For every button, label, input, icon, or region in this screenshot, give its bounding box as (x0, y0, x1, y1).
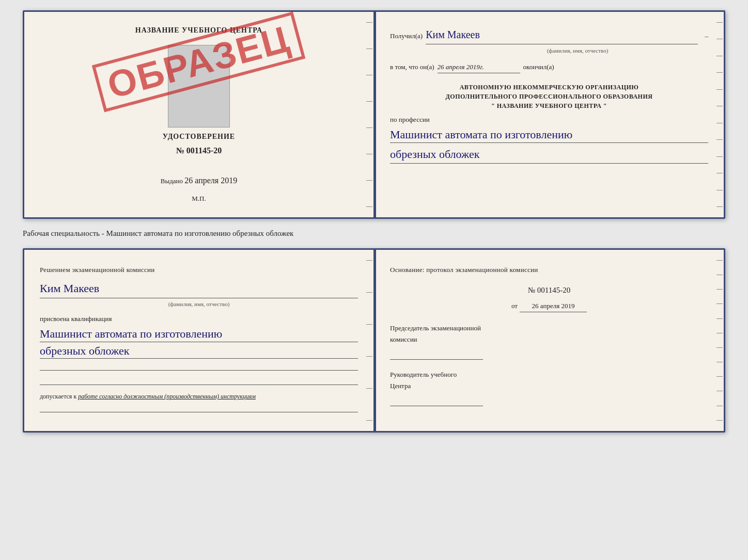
fio-subtext-top: (фамилия, имя, отчество) (447, 46, 708, 56)
director-sig-line (390, 394, 483, 406)
date-value: 26 апреля 2019г. (438, 62, 520, 74)
chairman-line2: комиссии (390, 334, 708, 345)
chairman-title: Председатель экзаменационной комиссии (390, 323, 708, 345)
protocol-date-value: 26 апреля 2019 (520, 300, 587, 312)
bottom-doc-right: Основание: протокол экзаменационной коми… (375, 250, 724, 431)
date-line: в том, что он(а) 26 апреля 2019г. окончи… (390, 62, 708, 74)
bottom-doc-left: Решением экзаменационной комиссии Ким Ма… (24, 250, 375, 431)
qualification-line1: Машинист автомата по изготовлению (40, 327, 358, 342)
right-panel-edge-lines (714, 250, 724, 431)
qualification-line2: обрезных обложек (40, 344, 358, 359)
edge-line (366, 206, 372, 207)
edge-line (716, 289, 723, 290)
date-prefix: от (511, 300, 518, 312)
edge-line (716, 260, 723, 261)
top-doc-right: Получил(а) Ким Макеев – (фамилия, имя, о… (375, 12, 724, 217)
edge-line (716, 206, 723, 207)
допуск-prefix: допускается к (40, 393, 76, 400)
edge-line (716, 347, 723, 348)
school-name-top: НАЗВАНИЕ УЧЕБНОГО ЦЕНТРА (135, 26, 262, 35)
top-doc-left: НАЗВАНИЕ УЧЕБНОГО ЦЕНТРА ОБРАЗЕЦ УДОСТОВ… (24, 12, 375, 217)
edge-line (716, 106, 723, 106)
profession-value-line1: Машинист автомата по изготовлению (390, 127, 708, 143)
edge-line (366, 388, 372, 389)
edge-line (716, 22, 723, 23)
edge-decoration (364, 12, 373, 217)
допускается-line: допускается к работе согласно должностны… (40, 391, 358, 402)
edge-line (716, 173, 723, 173)
edge-line (366, 154, 372, 154)
cert-label: УДОСТОВЕРЕНИЕ (163, 133, 235, 141)
org-line3: " НАЗВАНИЕ УЧЕБНОГО ЦЕНТРА " (390, 101, 708, 110)
edge-line (716, 89, 723, 90)
edge-line (716, 362, 723, 362)
edge-line (366, 101, 372, 102)
edge-line (716, 156, 723, 157)
photo-placeholder (168, 45, 230, 127)
profession-label: по профессии (390, 115, 708, 125)
edge-line (716, 406, 723, 406)
cert-issued: Выдано 26 апреля 2019 (161, 176, 237, 185)
org-line1: АВТОНОМНУЮ НЕКОММЕРЧЕСКУЮ ОРГАНИЗАЦИЮ (390, 83, 708, 92)
edge-line (716, 39, 723, 39)
chairman-block: Председатель экзаменационной комиссии (390, 323, 708, 360)
director-line2: Центра (390, 380, 708, 392)
director-block: Руководитель учебного Центра (390, 369, 708, 406)
blank-line-1 (40, 360, 358, 371)
issued-date: 26 апреля 2019 (184, 176, 237, 185)
edge-line (366, 49, 372, 49)
edge-line (366, 127, 372, 128)
profession-value-line2: обрезных обложек (390, 145, 708, 164)
edge-line (716, 333, 723, 333)
director-title: Руководитель учебного Центра (390, 369, 708, 392)
recipient-name: Ким Макеев (426, 26, 697, 44)
cert-number: № 001145-20 (176, 146, 222, 155)
edge-line (366, 180, 372, 181)
edge-line (366, 22, 372, 23)
edge-line (716, 190, 723, 190)
edge-line (716, 303, 723, 304)
caption-text: Рабочая специальность - Машинист автомат… (23, 229, 293, 237)
org-line2: ДОПОЛНИТЕЛЬНОГО ПРОФЕССИОНАЛЬНОГО ОБРАЗО… (390, 92, 708, 101)
допуск-text: работе согласно должностным (производств… (78, 393, 256, 400)
edge-line (716, 376, 723, 377)
commission-text: Решением экзаменационной комиссии (40, 264, 358, 276)
protocol-number: № 001145-20 (390, 284, 708, 297)
osnование-text: Основание: протокол экзаменационной коми… (390, 264, 708, 276)
edge-line (366, 324, 372, 325)
bottom-document: Решением экзаменационной комиссии Ким Ма… (23, 248, 725, 433)
date-prefix: в том, что он(а) (390, 62, 434, 73)
edge-line (366, 356, 372, 357)
edge-line (716, 318, 723, 319)
edge-line (716, 139, 723, 140)
right-edge-lines-top (714, 12, 724, 217)
edge-line (716, 56, 723, 56)
fio-subtext-bottom: (фамилия, имя, отчество) (40, 299, 358, 309)
chairman-sig-line (390, 347, 483, 360)
issued-label: Выдано (161, 177, 183, 185)
edge-line (716, 420, 723, 421)
person-name: Ким Макеев (40, 279, 358, 298)
blank-line-3 (40, 402, 358, 412)
edge-line (366, 292, 372, 293)
recipient-prefix: Получил(а) (390, 31, 423, 42)
chairman-line1: Председатель экзаменационной (390, 323, 708, 334)
edge-line (716, 72, 723, 73)
edge-line (716, 123, 723, 123)
date-suffix: окончил(а) (523, 62, 554, 73)
edge-line (366, 75, 372, 75)
org-name: АВТОНОМНУЮ НЕКОММЕРЧЕСКУЮ ОРГАНИЗАЦИЮ ДО… (390, 83, 708, 110)
qualification-label: присвоена квалификация (40, 313, 358, 325)
protocol-date: от 26 апреля 2019 (390, 300, 708, 312)
edge-line (716, 391, 723, 391)
top-document: НАЗВАНИЕ УЧЕБНОГО ЦЕНТРА ОБРАЗЕЦ УДОСТОВ… (23, 10, 725, 219)
recipient-line: Получил(а) Ким Макеев – (390, 26, 708, 44)
caption-row: Рабочая специальность - Машинист автомат… (23, 227, 725, 240)
dash: – (705, 31, 709, 42)
director-line1: Руководитель учебного (390, 369, 708, 380)
mp-label: М.П. (192, 195, 206, 203)
edge-line (366, 420, 372, 421)
edge-line (716, 275, 723, 275)
left-panel-edge-lines (364, 250, 373, 431)
edge-line (366, 260, 372, 261)
